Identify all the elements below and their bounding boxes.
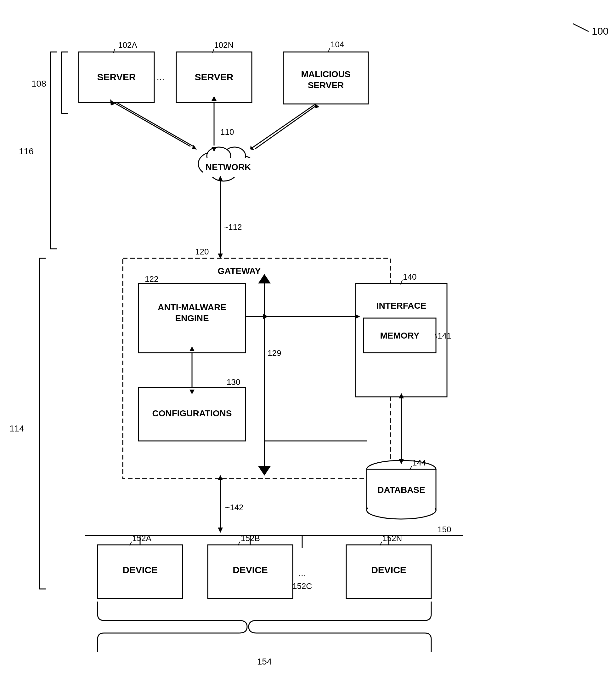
svg-text:CONFIGURATIONS: CONFIGURATIONS xyxy=(152,408,232,418)
svg-text:152C: 152C xyxy=(292,581,312,591)
svg-text:130: 130 xyxy=(227,377,240,387)
svg-text:SERVER: SERVER xyxy=(308,80,344,90)
svg-text:154: 154 xyxy=(257,657,272,666)
svg-text:...: ... xyxy=(298,568,306,578)
svg-text:102A: 102A xyxy=(118,40,137,50)
svg-text:122: 122 xyxy=(145,274,158,284)
svg-text:141: 141 xyxy=(438,331,451,340)
svg-text:DEVICE: DEVICE xyxy=(233,565,268,575)
svg-text:GATEWAY: GATEWAY xyxy=(218,266,261,276)
svg-text:INTERFACE: INTERFACE xyxy=(376,301,426,311)
svg-text:104: 104 xyxy=(330,40,344,49)
svg-text:114: 114 xyxy=(9,424,24,433)
svg-text:DEVICE: DEVICE xyxy=(123,565,158,575)
svg-text:110: 110 xyxy=(220,127,234,137)
diagram-svg: 100 108 116 114 SERVER 102A ... SERVER 1… xyxy=(0,0,616,685)
svg-text:102N: 102N xyxy=(214,40,234,50)
svg-text:DATABASE: DATABASE xyxy=(377,485,425,495)
svg-text:MEMORY: MEMORY xyxy=(380,331,420,340)
svg-text:~112: ~112 xyxy=(223,222,242,232)
svg-text:SERVER: SERVER xyxy=(195,72,234,82)
svg-text:DEVICE: DEVICE xyxy=(371,565,406,575)
svg-text:144: 144 xyxy=(412,458,426,467)
svg-text:100: 100 xyxy=(592,25,609,37)
svg-text:ANTI-MALWARE: ANTI-MALWARE xyxy=(158,302,226,312)
diagram: 100 108 116 114 SERVER 102A ... SERVER 1… xyxy=(0,0,616,685)
svg-text:129: 129 xyxy=(267,348,281,358)
svg-text:MALICIOUS: MALICIOUS xyxy=(301,69,350,79)
svg-text:150: 150 xyxy=(438,525,451,534)
svg-text:SERVER: SERVER xyxy=(97,72,136,82)
svg-text:NETWORK: NETWORK xyxy=(205,162,251,172)
svg-text:108: 108 xyxy=(31,79,46,88)
svg-text:152N: 152N xyxy=(382,534,402,543)
svg-text:ENGINE: ENGINE xyxy=(175,313,209,323)
svg-text:116: 116 xyxy=(19,147,34,156)
svg-text:120: 120 xyxy=(195,247,209,256)
svg-text:...: ... xyxy=(156,72,164,82)
svg-text:140: 140 xyxy=(403,272,416,282)
svg-text:152A: 152A xyxy=(132,534,151,543)
svg-text:~142: ~142 xyxy=(225,502,244,512)
